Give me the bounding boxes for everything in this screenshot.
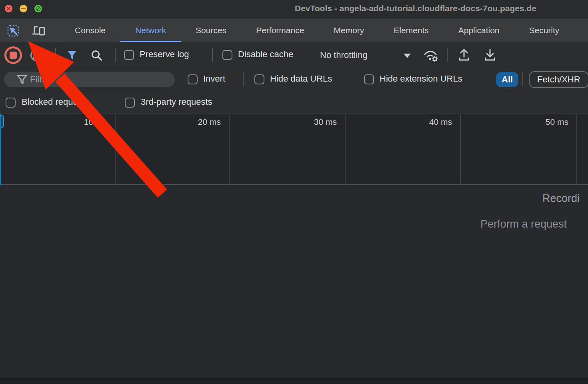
overview-scrubber-handle[interactable] — [0, 115, 4, 128]
request-type-filter-all[interactable]: All — [496, 72, 518, 87]
ruler-divider — [460, 114, 461, 185]
recording-status-text: Recordi — [542, 192, 580, 205]
ruler-tick-label: 50 ms — [524, 117, 568, 127]
upload-icon — [457, 48, 471, 62]
toolbar-separator — [212, 48, 213, 62]
request-table-empty-area: Recordi Perform a request — [0, 186, 588, 378]
tab-security[interactable]: Security — [514, 18, 574, 42]
device-toolbar-button[interactable] — [32, 24, 45, 38]
network-conditions-button[interactable] — [423, 49, 439, 64]
network-filter-row: Invert Hide data URLs Hide extension URL… — [0, 68, 588, 91]
disable-cache-checkbox[interactable] — [222, 50, 232, 60]
blocked-requests-label: Blocked requests — [22, 97, 89, 107]
devtools-tabbar: Console Network Sources Performance Memo… — [0, 18, 588, 42]
network-toolbar: Preserve log Disable cache No throttling — [0, 43, 588, 67]
record-network-log-button[interactable] — [4, 46, 22, 64]
ruler-divider — [576, 114, 577, 185]
request-type-filter-fetch-xhr[interactable]: Fetch/XHR — [529, 71, 588, 88]
close-window-button[interactable] — [5, 5, 12, 12]
toolbar-separator — [447, 48, 448, 62]
ruler-tick-label: 40 ms — [408, 117, 452, 127]
record-stop-icon — [10, 52, 17, 59]
more-filters-row: Blocked requests 3rd-party requests — [0, 92, 588, 114]
tab-console[interactable]: Console — [60, 18, 120, 42]
search-button[interactable] — [90, 49, 103, 64]
filter-separator — [243, 72, 244, 86]
throttling-dropdown[interactable]: No throttling — [320, 43, 368, 67]
close-icon — [5, 5, 12, 12]
empty-state-hint-text: Perform a request — [480, 218, 567, 230]
hide-extension-urls-label: Hide extension URLs — [380, 74, 462, 84]
device-toolbar-icon — [32, 24, 46, 37]
ruler-divider — [115, 114, 116, 185]
minimize-window-button[interactable] — [20, 5, 27, 12]
import-har-button[interactable] — [457, 48, 471, 64]
disable-cache-label: Disable cache — [238, 49, 293, 60]
clear-network-log-button[interactable] — [30, 49, 42, 61]
wifi-gear-icon — [423, 49, 439, 62]
toolbar-separator — [115, 48, 116, 62]
inspect-element-button[interactable] — [6, 24, 20, 38]
filter-input-container — [4, 72, 175, 87]
export-har-button[interactable] — [483, 48, 497, 64]
funnel-filter-icon — [66, 50, 78, 60]
filter-toggle-button[interactable] — [66, 50, 78, 62]
network-overview-ruler: 10 ms 20 ms 30 ms 40 ms 50 ms — [0, 114, 588, 185]
inspect-cursor-icon — [6, 24, 20, 38]
third-party-requests-label: 3rd-party requests — [141, 97, 212, 107]
window-bottom-edge — [0, 378, 588, 384]
hide-data-urls-checkbox[interactable] — [254, 74, 264, 84]
ruler-tick-label: 10 ms — [63, 117, 107, 127]
filter-input[interactable] — [30, 73, 166, 86]
preserve-log-label: Preserve log — [140, 49, 189, 60]
tab-memory[interactable]: Memory — [319, 18, 379, 42]
panel-tabs: Console Network Sources Performance Memo… — [60, 18, 574, 42]
zoom-window-button[interactable] — [34, 5, 42, 12]
download-icon — [483, 48, 497, 62]
window-title: DevTools - angela-add-tutorial.cloudflar… — [295, 4, 536, 13]
hide-extension-urls-checkbox[interactable] — [364, 74, 374, 84]
tabbar-separator — [56, 41, 57, 42]
toolbar-separator — [55, 48, 56, 62]
preserve-log-checkbox[interactable] — [124, 50, 134, 60]
minimize-icon — [20, 5, 27, 12]
ruler-divider — [345, 114, 346, 185]
hide-data-urls-label: Hide data URLs — [270, 74, 332, 84]
tab-application[interactable]: Application — [444, 18, 514, 42]
ruler-tick-label: 20 ms — [177, 117, 221, 127]
invert-filter-label: Invert — [203, 74, 225, 84]
tab-network[interactable]: Network — [120, 18, 181, 42]
chevron-down-icon[interactable] — [404, 54, 411, 58]
funnel-outline-icon — [17, 75, 27, 84]
invert-filter-checkbox[interactable] — [188, 74, 198, 84]
tab-performance[interactable]: Performance — [241, 18, 319, 42]
blocked-requests-checkbox[interactable] — [6, 98, 16, 108]
titlebar: DevTools - angela-add-tutorial.cloudflar… — [0, 0, 588, 18]
fullscreen-icon — [34, 5, 42, 12]
search-icon — [90, 49, 103, 62]
tab-elements[interactable]: Elements — [379, 18, 444, 42]
ruler-tick-label: 30 ms — [293, 117, 337, 127]
filter-separator — [522, 72, 523, 86]
tab-sources[interactable]: Sources — [181, 18, 241, 42]
ruler-divider — [229, 114, 230, 185]
third-party-requests-checkbox[interactable] — [125, 98, 135, 108]
